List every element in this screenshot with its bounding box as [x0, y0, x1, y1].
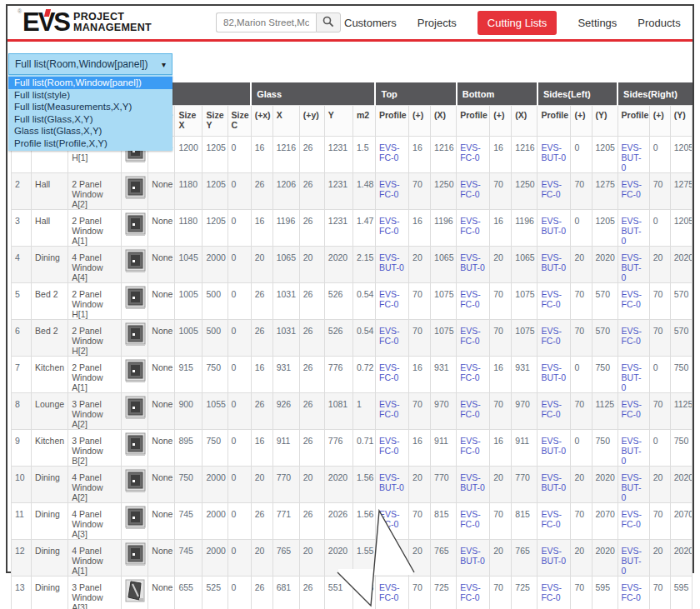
cell-room: Dining — [32, 540, 68, 577]
view-option[interactable]: Full list(style) — [8, 89, 172, 102]
profile-link[interactable]: EVS-BUT-0 — [379, 546, 404, 566]
profile-link[interactable]: EVS-BUT-0 — [622, 472, 642, 502]
profile-link[interactable]: EVS-FC-0 — [460, 216, 481, 236]
profile-link[interactable]: EVS-FC-0 — [379, 509, 400, 529]
profile-link[interactable]: EVS-FC-0 — [460, 436, 481, 456]
profile-link[interactable]: EVS-FC-0 — [460, 509, 481, 529]
profile-link[interactable]: EVS-BUT-0 — [622, 362, 642, 392]
profile-link[interactable]: EVS-FC-0 — [460, 289, 481, 309]
view-option[interactable]: Full list(Room,Window[panel]) — [8, 77, 172, 89]
cell-side-right-profile: EVS-FC-0 — [618, 173, 649, 210]
profile-link[interactable]: EVS-FC-0 — [622, 289, 642, 309]
cell-top-profile: EVS-FC-0 — [375, 173, 408, 210]
panel-window-icon[interactable] — [122, 210, 148, 247]
profile-link[interactable]: EVS-FC-0 — [379, 326, 400, 346]
table-row: 12Dining4 PanelWindow A[1]None7452000020… — [12, 540, 692, 577]
profile-link[interactable]: EVS-BUT-0 — [379, 472, 404, 492]
profile-link[interactable]: EVS-BUT-0 — [541, 546, 566, 566]
tilted-window-icon[interactable] — [122, 577, 148, 609]
profile-link[interactable]: EVS-FC-0 — [460, 399, 481, 419]
profile-link[interactable]: EVS-FC-0 — [622, 326, 642, 346]
cell-side-left-profile: EVS-FC-0 — [538, 173, 571, 210]
view-option[interactable]: Full list(Measurements,X,Y) — [8, 101, 172, 113]
cell-style: None — [148, 577, 175, 609]
profile-link[interactable]: EVS-FC-0 — [379, 142, 400, 162]
cell-side-left-profile: EVS-FC-0 — [538, 503, 571, 540]
panel-window-icon[interactable] — [122, 393, 148, 430]
panel-window-icon[interactable] — [122, 467, 148, 503]
cell-side-left-length: 595 — [592, 577, 618, 609]
profile-link[interactable]: EVS-BUT-0 — [622, 546, 642, 576]
profile-link[interactable]: EVS-FC-0 — [460, 326, 481, 346]
cell-room: Dining — [32, 467, 68, 503]
nav-item-products[interactable]: Products — [638, 17, 680, 29]
panel-window-icon[interactable] — [122, 357, 148, 393]
profile-link[interactable]: EVS-BUT-0 — [622, 252, 642, 282]
profile-link[interactable]: EVS-BUT-0 — [460, 472, 485, 492]
profile-link[interactable]: EVS-BUT-0 — [541, 472, 566, 492]
profile-link[interactable]: EVS-FC-0 — [460, 582, 481, 602]
nav-item-cutting-lists[interactable]: Cutting Lists — [478, 11, 558, 35]
profile-link[interactable]: EVS-BUT-0 — [541, 436, 566, 456]
cell-style: None — [148, 430, 175, 467]
profile-link[interactable]: EVS-FC-0 — [541, 399, 562, 419]
profile-link[interactable]: EVS-BUT-0 — [622, 436, 642, 466]
profile-link[interactable]: EVS-FC-0 — [379, 436, 400, 456]
nav-item-projects[interactable]: Projects — [418, 17, 457, 29]
profile-link[interactable]: EVS-BUT-0 — [622, 142, 642, 172]
nav-item-customers[interactable]: Customers — [344, 17, 397, 29]
profile-link[interactable]: EVS-FC-0 — [541, 326, 562, 346]
cell-size-y: 750 — [202, 357, 228, 393]
cell-bottom-length: 1075 — [512, 283, 538, 320]
profile-link[interactable]: EVS-BUT-0 — [460, 252, 485, 272]
panel-window-icon[interactable] — [122, 320, 148, 357]
cell-room: Bed 2 — [32, 283, 68, 320]
cell-top-length: 770 — [431, 467, 457, 503]
cell-window: 2 PanelWindow H[1] — [68, 283, 122, 320]
search-input[interactable] — [216, 12, 316, 32]
profile-link[interactable]: EVS-FC-0 — [379, 362, 400, 382]
profile-link[interactable]: EVS-BUT-0 — [541, 216, 566, 236]
profile-link[interactable]: EVS-FC-0 — [379, 179, 400, 199]
profile-link[interactable]: EVS-FC-0 — [541, 289, 562, 309]
profile-link[interactable]: EVS-FC-0 — [379, 289, 400, 309]
profile-link[interactable]: EVS-FC-0 — [460, 362, 481, 382]
profile-link[interactable]: EVS-FC-0 — [541, 179, 562, 199]
profile-link[interactable]: EVS-BUT-0 — [622, 216, 642, 246]
nav-item-settings[interactable]: Settings — [578, 17, 617, 29]
profile-link[interactable]: EVS-FC-0 — [541, 582, 562, 602]
profile-link[interactable]: EVS-BUT-0 — [460, 546, 485, 566]
search-button[interactable] — [316, 12, 341, 32]
cell-side-left-profile: EVS-BUT-0 — [538, 247, 571, 283]
panel-window-icon[interactable] — [122, 173, 148, 210]
cell-size-c: 0 — [228, 503, 251, 540]
panel-window-icon[interactable] — [122, 503, 148, 540]
panel-window-icon[interactable] — [122, 430, 148, 467]
profile-link[interactable]: EVS-BUT-0 — [541, 252, 566, 272]
view-option[interactable]: Profile list(Profile,X,Y) — [8, 137, 172, 150]
profile-link[interactable]: EVS-FC-0 — [460, 179, 481, 199]
profile-link[interactable]: EVS-FC-0 — [460, 142, 481, 162]
profile-link[interactable]: EVS-FC-0 — [379, 216, 400, 236]
profile-link[interactable]: EVS-FC-0 — [622, 399, 642, 419]
view-option[interactable]: Full list(Glass,X,Y) — [8, 113, 172, 126]
cell-side-right-profile: EVS-BUT-0 — [618, 357, 649, 393]
cell-top-profile: EVS-BUT-0 — [375, 467, 408, 503]
cell-size-y: 500 — [202, 320, 228, 357]
profile-link[interactable]: EVS-FC-0 — [541, 509, 562, 529]
profile-link[interactable]: EVS-BUT-0 — [379, 252, 404, 272]
profile-link[interactable]: EVS-BUT-0 — [541, 142, 566, 162]
profile-link[interactable]: EVS-FC-0 — [622, 582, 642, 602]
profile-link[interactable]: EVS-FC-0 — [622, 179, 642, 199]
profile-link[interactable]: EVS-FC-0 — [622, 509, 642, 529]
cell-side-left-plus: 70 — [571, 173, 592, 210]
panel-window-icon[interactable] — [122, 540, 148, 577]
panel-window-icon[interactable] — [122, 283, 148, 320]
view-option[interactable]: Glass list(Glass,X,Y) — [8, 125, 172, 137]
panel-window-icon[interactable] — [122, 247, 148, 283]
profile-link[interactable]: EVS-FC-0 — [379, 582, 400, 602]
view-selector[interactable]: Full list(Room,Window[panel]) ▾ — [8, 53, 172, 75]
profile-link[interactable]: EVS-FC-0 — [379, 399, 400, 419]
cell-size-y: 2000 — [202, 540, 228, 577]
profile-link[interactable]: EVS-BUT-0 — [541, 362, 566, 382]
